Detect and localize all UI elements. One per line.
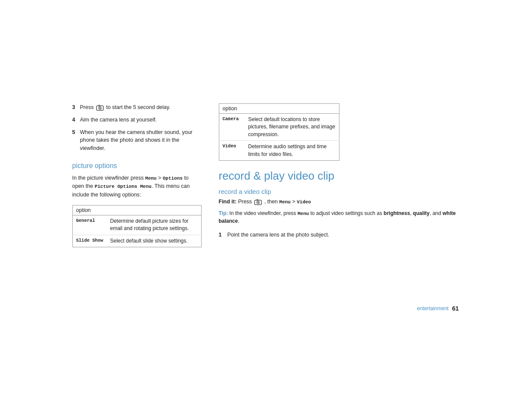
table-row: Slide Show Select default slide show set… bbox=[72, 235, 201, 247]
option-camera-desc: Select default locations to store pictur… bbox=[245, 114, 339, 141]
svg-point-3 bbox=[100, 107, 101, 109]
step-3: 3 Press to start the 5 second delay. bbox=[72, 103, 202, 112]
menu-label: Menu bbox=[145, 176, 156, 181]
step-4-text: Aim the camera lens at yourself. bbox=[80, 116, 202, 124]
option-video: Video bbox=[219, 141, 245, 161]
find-it-line: Find it: Press , then Menu > Video bbox=[219, 198, 460, 206]
find-it-video: Video bbox=[297, 199, 311, 205]
step-5-number: 5 bbox=[72, 128, 80, 137]
right-table-header: option bbox=[219, 104, 339, 114]
option-slideshow: Slide Show bbox=[72, 235, 107, 247]
find-it-label: Find it: bbox=[219, 199, 237, 205]
table-row: Video Determine audio settings and time … bbox=[219, 141, 339, 161]
camera-icon-find-it bbox=[254, 199, 262, 205]
table-row: Camera Select default locations to store… bbox=[219, 114, 339, 141]
step-4: 4 Aim the camera lens at yourself. bbox=[72, 116, 202, 124]
step-5: 5 When you hear the camera shutter sound… bbox=[72, 128, 202, 153]
picture-options-desc: In the picture viewfinder press Menu > O… bbox=[72, 174, 202, 199]
tip-box: Tip: In the video viewfinder, press Menu… bbox=[219, 209, 460, 225]
right-column: option Camera Select default locations t… bbox=[219, 103, 460, 243]
record-step-1-text: Point the camera lens at the photo subje… bbox=[227, 231, 460, 239]
options-label: Options bbox=[163, 176, 183, 181]
option-general-desc: Determine default picture sizes for emai… bbox=[107, 215, 201, 235]
option-general: General bbox=[72, 215, 107, 235]
tip-menu: Menu bbox=[298, 211, 309, 216]
big-section-title: record & play video clip bbox=[219, 169, 460, 183]
page: 3 Press to start the 5 second delay. bbox=[0, 0, 532, 411]
record-step-1-number: 1 bbox=[219, 231, 227, 239]
picture-options-menu-label: Picture Options Menu bbox=[95, 184, 152, 189]
tip-quality: quality bbox=[413, 210, 430, 216]
content-area: 3 Press to start the 5 second delay. bbox=[72, 103, 460, 247]
record-step-1: 1 Point the camera lens at the photo sub… bbox=[219, 231, 460, 239]
footer-label: entertainment bbox=[417, 305, 448, 311]
left-column: 3 Press to start the 5 second delay. bbox=[72, 103, 202, 247]
table-row: General Determine default picture sizes … bbox=[72, 215, 201, 235]
record-subtitle: record a video clip bbox=[219, 188, 460, 195]
step-3-number: 3 bbox=[72, 103, 80, 112]
left-table-header: option bbox=[72, 205, 201, 215]
tip-label: Tip: bbox=[219, 210, 228, 216]
record-steps: 1 Point the camera lens at the photo sub… bbox=[219, 231, 460, 239]
option-video-desc: Determine audio settings and time limits… bbox=[245, 141, 339, 161]
page-footer: entertainment 61 bbox=[417, 305, 459, 312]
page-number: 61 bbox=[452, 305, 459, 312]
right-table-container: option Camera Select default locations t… bbox=[219, 103, 460, 161]
step-5-text: When you hear the camera shutter sound, … bbox=[80, 128, 202, 153]
option-camera: Camera bbox=[219, 114, 245, 141]
left-option-table: option General Determine default picture… bbox=[72, 205, 202, 247]
steps-list: 3 Press to start the 5 second delay. bbox=[72, 103, 202, 153]
step-3-text: Press to start the 5 second delay. bbox=[80, 103, 202, 112]
tip-brightness: brightness bbox=[384, 210, 410, 216]
picture-options-title: picture options bbox=[72, 162, 202, 170]
camera-icon-step3 bbox=[96, 105, 104, 111]
find-it-menu: Menu bbox=[279, 199, 290, 205]
step-4-number: 4 bbox=[72, 116, 80, 124]
right-option-table: option Camera Select default locations t… bbox=[219, 103, 339, 161]
svg-point-7 bbox=[258, 202, 259, 203]
option-slideshow-desc: Select default slide show settings. bbox=[107, 235, 201, 247]
